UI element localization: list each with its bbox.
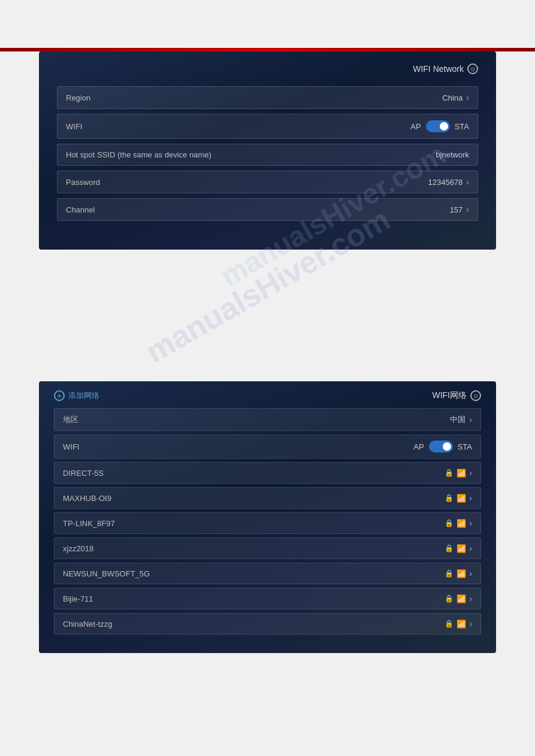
region-row[interactable]: Region China › [57, 86, 478, 109]
wifi-signal-icon-maxhub: 📶 [457, 494, 466, 503]
panel2-title: WIFI网络 ⊙ [432, 390, 481, 401]
add-network-button[interactable]: + 添加网络 [54, 390, 99, 401]
channel-label: Channel [66, 205, 95, 214]
channel-chevron: › [466, 205, 469, 214]
wifi-network-label-cn: WIFI网络 [432, 390, 467, 401]
wifi-row[interactable]: WIFI AP STA [57, 114, 478, 139]
bottom-spacer [0, 653, 535, 737]
network-label-chinanet: ChinaNet-tzzg [63, 620, 112, 629]
chevron-bijie: › [469, 594, 472, 603]
lock-icon-newsun: 🔒 [445, 569, 454, 578]
wifi-signal-icon-tplink: 📶 [457, 519, 466, 528]
lock-icon-tplink: 🔒 [445, 519, 454, 527]
password-label: Password [66, 178, 100, 187]
panel1-title: WIFI Network ⊙ [413, 63, 478, 74]
network-icons-newsun: 🔒 📶 › [445, 569, 472, 578]
chevron-newsun: › [469, 569, 472, 578]
password-chevron: › [466, 177, 469, 187]
network-icons-maxhub: 🔒 📶 › [445, 493, 472, 503]
panel1-header: WIFI Network ⊙ [57, 63, 478, 74]
sta-label-cn: STA [458, 442, 472, 451]
network-label-newsun: NEWSUN_BWSOFT_5G [63, 569, 150, 578]
wifi-signal-icon-newsun: 📶 [457, 569, 466, 578]
chevron-maxhub: › [469, 493, 472, 503]
hotspot-ssid-label: Hot spot SSID (the same as device name) [66, 150, 211, 159]
middle-spacer: manualsHiver.com [0, 250, 535, 381]
wifi-label: WIFI [66, 122, 82, 131]
ap-label: AP [410, 122, 421, 131]
wifi-toggle-switch[interactable] [426, 120, 450, 132]
chevron-direct5s: › [469, 468, 472, 478]
channel-value: 157 [450, 205, 463, 214]
lock-icon-maxhub: 🔒 [445, 494, 454, 502]
wifi-network-label: WIFI Network [413, 64, 464, 74]
network-label-xjzz: xjzz2018 [63, 544, 93, 553]
add-icon: + [54, 390, 65, 401]
wifi-label-cn: WIFI [63, 442, 79, 451]
wifi-signal-icon-bijie: 📶 [457, 594, 466, 603]
lock-icon: 🔒 [445, 469, 454, 477]
network-label-tplink: TP-LINK_8F97 [63, 519, 115, 528]
network-label-bijie: Bijie-711 [63, 594, 93, 603]
network-row-xjzz[interactable]: xjzz2018 🔒 📶 › [54, 538, 481, 559]
channel-value-container: 157 › [450, 205, 469, 214]
network-row-newsun[interactable]: NEWSUN_BWSOFT_5G 🔒 📶 › [54, 563, 481, 584]
network-icons-direct5s: 🔒 📶 › [445, 468, 472, 478]
wifi-toggle-container: AP STA [410, 120, 469, 132]
region-value-cn-container: 中国 › [450, 414, 472, 425]
ap-label-cn: AP [413, 442, 424, 451]
lock-icon-bijie: 🔒 [445, 594, 454, 603]
wifi-network-icon-cn: ⊙ [470, 390, 481, 401]
password-value: 12345678 [428, 178, 463, 187]
region-chevron: › [466, 93, 469, 102]
chevron-tplink: › [469, 518, 472, 528]
network-row-bijie[interactable]: Bijie-711 🔒 📶 › [54, 588, 481, 609]
add-network-label: 添加网络 [68, 390, 99, 401]
wifi-signal-icon: 📶 [457, 469, 466, 478]
panel2-header: + 添加网络 WIFI网络 ⊙ [54, 390, 481, 401]
lock-icon-xjzz: 🔒 [445, 544, 454, 552]
hotspot-ssid-row[interactable]: Hot spot SSID (the same as device name) … [57, 144, 478, 166]
panel1: WIFI Network ⊙ Region China › WIFI AP ST… [39, 51, 496, 250]
region-label-cn: 地区 [63, 414, 78, 425]
region-value: China [442, 93, 463, 102]
network-row-tplink[interactable]: TP-LINK_8F97 🔒 📶 › [54, 512, 481, 534]
wifi-toggle-container-cn: AP STA [413, 441, 472, 453]
region-label: Region [66, 93, 90, 102]
region-chevron-cn: › [469, 415, 472, 424]
network-row-maxhub[interactable]: MAXHUB-OI9 🔒 📶 › [54, 487, 481, 509]
panel2: + 添加网络 WIFI网络 ⊙ 地区 中国 › WIFI AP STA DIRE… [39, 381, 496, 653]
network-icons-tplink: 🔒 📶 › [445, 518, 472, 528]
region-value-container: China › [442, 93, 469, 102]
network-label-maxhub: MAXHUB-OI9 [63, 494, 111, 503]
chevron-xjzz: › [469, 544, 472, 553]
wifi-toggle-switch-cn[interactable] [429, 441, 453, 453]
region-row-cn[interactable]: 地区 中国 › [54, 408, 481, 431]
password-value-container: 12345678 › [428, 177, 469, 187]
network-icons-xjzz: 🔒 📶 › [445, 544, 472, 553]
sta-label: STA [455, 122, 469, 131]
network-icons-chinanet: 🔒 📶 › [445, 619, 472, 629]
hotspot-ssid-value: bjnetwork [436, 150, 469, 159]
network-icons-bijie: 🔒 📶 › [445, 594, 472, 603]
password-row[interactable]: Password 12345678 › [57, 171, 478, 193]
wifi-signal-icon-chinanet: 📶 [457, 620, 466, 629]
chevron-chinanet: › [469, 619, 472, 629]
network-label-direct5s: DIRECT-5S [63, 469, 104, 478]
network-row-direct5s[interactable]: DIRECT-5S 🔒 📶 › [54, 462, 481, 484]
wifi-signal-icon-xjzz: 📶 [457, 544, 466, 553]
channel-row[interactable]: Channel 157 › [57, 198, 478, 221]
wifi-network-icon: ⊙ [467, 63, 478, 74]
region-value-cn: 中国 [450, 414, 466, 425]
lock-icon-chinanet: 🔒 [445, 620, 454, 628]
wifi-row-cn[interactable]: WIFI AP STA [54, 435, 481, 459]
network-row-chinanet[interactable]: ChinaNet-tzzg 🔒 📶 › [54, 613, 481, 634]
hotspot-ssid-value-container: bjnetwork [436, 150, 469, 159]
